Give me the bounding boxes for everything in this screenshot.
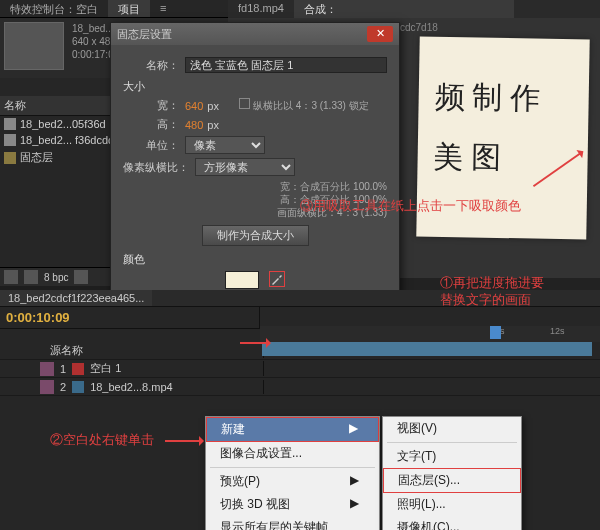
timeline-tab[interactable]: 18_bed2cdcf1f223eea465... [0,290,152,306]
lock-aspect-checkbox[interactable] [239,98,250,109]
layer-index: 1 [60,363,66,375]
calligraphy-text: 美 图 [433,137,501,179]
ctx-solid[interactable]: 固态层(S)... [383,468,521,493]
ctx-viewer[interactable]: 视图(V) [383,417,521,440]
playhead[interactable] [490,326,501,339]
tab-menu-icon[interactable]: ≡ [150,0,176,17]
calligraphy-text: 频 制 作 [434,77,540,120]
separator [387,442,517,443]
annotation-3: ③用吸取工具在纸上点击一下吸取颜色 [300,198,521,215]
project-thumbnail [4,22,64,70]
annotation-2: ②空白处右键单击 [50,432,154,449]
layer-name[interactable]: 18_bed2...8.mp4 [90,381,173,393]
name-label: 名称： [123,58,179,73]
col-src[interactable]: 源名称 [50,343,83,358]
ctx-text[interactable]: 文字(T) [383,445,521,468]
layer-bar[interactable] [262,342,592,356]
color-swatch[interactable] [225,271,259,289]
width-value[interactable]: 640 [185,100,203,112]
comp-name-short: cdc7d18 [400,22,438,33]
width-label: 宽： [123,98,179,113]
context-submenu: 视图(V) 文字(T) 固态层(S)... 照明(L)... 摄像机(C)...… [382,416,522,530]
par-select[interactable]: 方形像素 [195,158,295,176]
layer-color[interactable] [40,380,54,394]
dialog-title: 固态层设置 [117,27,172,42]
name-field[interactable] [185,57,387,73]
height-label: 高： [123,117,179,132]
color-section: 颜色 [123,252,387,267]
px-label: px [207,119,219,131]
unit-select[interactable]: 像素 [185,136,265,154]
ctx-light[interactable]: 照明(L)... [383,493,521,516]
footage-icon [4,134,16,146]
comp-tab-prev[interactable]: fd18.mp4 [228,0,294,18]
layer-name[interactable]: 空白 1 [90,361,121,376]
px-label: px [207,100,219,112]
new-comp-icon[interactable] [24,270,38,284]
close-icon[interactable]: ✕ [367,26,393,42]
time-ruler[interactable]: 10s 12s [260,326,600,342]
ctx-preview[interactable]: 预览(P)▶ [206,470,379,493]
folder-icon [4,152,16,164]
annotation-1: ①再把进度拖进要 替换文字的画面 [440,275,544,309]
annotation-arrow [165,440,203,442]
current-time[interactable]: 0:00:10:09 [0,307,76,328]
tick-label: 12s [550,326,565,336]
bpc-label[interactable]: 8 bpc [44,272,68,283]
trash-icon[interactable] [74,270,88,284]
par-label: 像素纵横比： [123,160,189,175]
tab-fx-console[interactable]: 特效控制台：空白 [0,0,108,17]
annotation-arrow [240,342,270,344]
layer-color[interactable] [40,362,54,376]
ctx-new[interactable]: 新建▶ [206,417,379,442]
context-menu: 新建▶ 图像合成设置... 预览(P)▶ 切换 3D 视图▶ 显示所有层的关键帧… [205,416,380,530]
bin-icon[interactable] [4,270,18,284]
lock-label: 纵横比以 4：3 (1.33) 锁定 [253,100,369,111]
solid-icon [72,363,84,375]
ctx-reveal-keys[interactable]: 显示所有层的关键帧 [206,516,379,530]
unit-label: 单位： [123,138,179,153]
ctx-camera[interactable]: 摄像机(C)... [383,516,521,530]
tab-project[interactable]: 项目 [108,0,150,17]
layer-index: 2 [60,381,66,393]
separator [210,467,375,468]
ctx-comp-settings[interactable]: 图像合成设置... [206,442,379,465]
comp-tab[interactable]: 合成：18_bed2cdcf1f223eea46705f36dcdc7d18 [294,0,514,18]
make-comp-size-button[interactable]: 制作为合成大小 [202,225,309,246]
height-value[interactable]: 480 [185,119,203,131]
eyedropper-icon[interactable] [269,271,285,287]
footage-icon [72,381,84,393]
comp-icon [4,118,16,130]
ctx-switch-3d[interactable]: 切换 3D 视图▶ [206,493,379,516]
size-section: 大小 [123,79,387,94]
